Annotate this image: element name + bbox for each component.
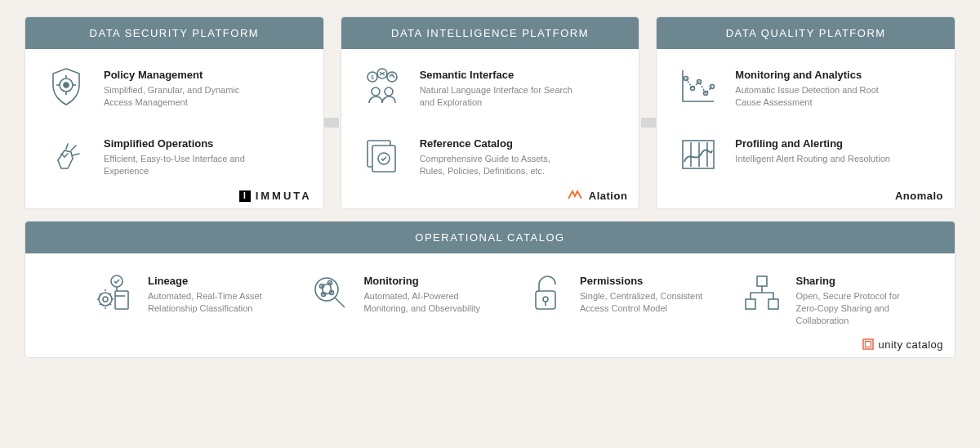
feature-desc: Efficient, Easy-to-Use Interface and Exp… — [104, 153, 259, 177]
vendor-unity-catalog: unity catalog — [862, 338, 944, 351]
feature-desc: Natural Language Interface for Search an… — [420, 84, 575, 109]
svg-point-8 — [387, 72, 397, 82]
top-platforms-row: DATA SECURITY PLATFORM Policy Management… — [24, 16, 956, 209]
feature-profiling-alerting: Profiling and Alerting Intelligent Alert… — [675, 132, 937, 178]
feature-title: Permissions — [580, 275, 706, 287]
feature-title: Semantic Interface — [420, 69, 575, 81]
feature-permissions: Permissions Single, Centralized, Consist… — [523, 270, 706, 327]
svg-point-35 — [543, 297, 548, 302]
feature-desc: Simplified, Granular, and Dynamic Access… — [104, 84, 259, 109]
alation-logo-icon — [568, 190, 582, 202]
svg-rect-41 — [865, 342, 871, 347]
card-operational-catalog: OPERATIONAL CATALOG Lineage Automated, R… — [24, 221, 956, 358]
magnifier-nodes-icon — [307, 270, 353, 316]
vendor-immuta: I IMMUTA — [239, 190, 312, 202]
documents-check-icon — [359, 132, 405, 178]
svg-rect-39 — [768, 299, 778, 309]
svg-point-11 — [385, 87, 393, 96]
feature-monitoring-analytics: Monitoring and Analytics Automatic Issue… — [675, 64, 937, 110]
vendor-alation: Alation — [568, 190, 628, 202]
svg-line-29 — [335, 298, 345, 307]
feature-title: Lineage — [148, 275, 274, 287]
svg-rect-34 — [536, 291, 555, 309]
connector-horizontal — [641, 118, 657, 128]
svg-point-25 — [103, 297, 108, 302]
connector-horizontal — [323, 118, 339, 128]
card-data-quality-platform: DATA QUALITY PLATFORM Monitoring and Ana… — [656, 16, 956, 209]
feature-title: Reference Catalog — [420, 137, 575, 150]
feature-sharing: Sharing Open, Secure Protocol for Zero-C… — [739, 270, 923, 327]
shield-gear-icon — [43, 64, 89, 110]
svg-rect-38 — [746, 299, 755, 309]
feature-policy-management: Policy Management Simplified, Granular, … — [43, 64, 305, 110]
feature-lineage: Lineage Automated, Real-Time Asset Relat… — [91, 270, 274, 327]
feature-desc: Open, Secure Protocol for Zero-Copy Shar… — [796, 290, 923, 327]
feature-title: Sharing — [796, 275, 923, 287]
feature-title: Simplified Operations — [104, 137, 259, 150]
svg-rect-40 — [863, 339, 873, 349]
card-header: DATA QUALITY PLATFORM — [657, 17, 955, 49]
feature-desc: Intelligent Alert Routing and Resolution — [735, 153, 890, 165]
feature-title: Profiling and Alerting — [735, 137, 890, 150]
gear-document-check-icon — [91, 270, 136, 316]
unity-catalog-logo-icon — [862, 338, 874, 350]
feature-monitoring: Monitoring Automated, AI-Powered Monitor… — [307, 270, 491, 327]
svg-text:$: $ — [371, 74, 374, 80]
feature-desc: Single, Centralized, Consistent Access C… — [580, 290, 706, 315]
open-padlock-icon — [523, 270, 568, 316]
svg-point-1 — [64, 83, 69, 87]
feature-desc: Automatic Issue Detection and Root Cause… — [735, 84, 890, 109]
feature-title: Monitoring and Analytics — [735, 69, 890, 81]
feature-desc: Automated, AI-Powered Monitoring, and Ob… — [364, 290, 491, 315]
card-header: DATA SECURITY PLATFORM — [25, 17, 323, 49]
scatter-chart-icon — [675, 64, 720, 110]
immuta-logo-icon: I — [239, 190, 251, 202]
svg-rect-37 — [757, 276, 767, 286]
svg-point-10 — [372, 87, 380, 96]
hierarchy-tree-icon — [739, 270, 785, 316]
feature-title: Monitoring — [364, 275, 491, 287]
people-bubbles-icon: $ — [359, 64, 405, 110]
snap-fingers-icon — [43, 132, 89, 178]
vendor-anomalo: Anomalo — [895, 190, 943, 202]
card-header: DATA INTELLIGENCE PLATFORM — [341, 17, 639, 49]
card-data-intelligence-platform: DATA INTELLIGENCE PLATFORM $ Semantic I — [341, 16, 640, 209]
feature-reference-catalog: Reference Catalog Comprehensive Guide to… — [359, 132, 621, 178]
feature-title: Policy Management — [104, 69, 259, 81]
feature-semantic-interface: $ Semantic Interface Natural Language In… — [359, 64, 621, 110]
feature-desc: Comprehensive Guide to Assets, Rules, Po… — [420, 153, 575, 177]
svg-rect-20 — [683, 141, 714, 168]
svg-point-28 — [315, 278, 338, 301]
feature-desc: Automated, Real-Time Asset Relationship … — [148, 290, 274, 315]
svg-rect-26 — [115, 291, 128, 309]
bar-with-line-chart-icon — [675, 132, 720, 178]
feature-simplified-operations: Simplified Operations Efficient, Easy-to… — [43, 132, 305, 178]
card-data-security-platform: DATA SECURITY PLATFORM Policy Management… — [24, 16, 324, 209]
card-header: OPERATIONAL CATALOG — [25, 222, 955, 253]
svg-point-16 — [691, 87, 695, 91]
